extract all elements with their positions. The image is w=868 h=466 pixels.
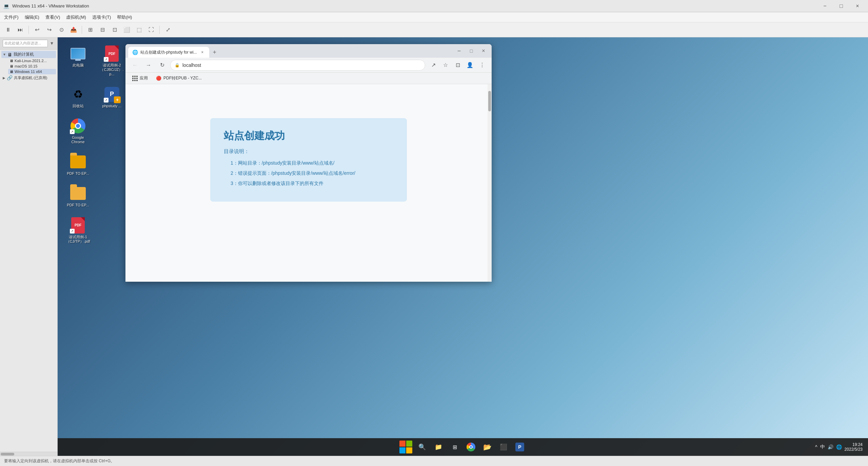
desktop-icon-phpstudy[interactable]: P + ↗ phpstudy ... — [98, 85, 125, 110]
taskbar-right: ^ 中 🔊 🌐 19:24 2022/5/23 — [815, 442, 863, 452]
taskbar-explorer-btn[interactable]: 📁 — [432, 440, 445, 454]
toolbar-view-btn-4[interactable]: ⬜ — [121, 24, 132, 35]
vm-content[interactable]: 此电脑 ↗ 读试用例-2（CJBC/JZ）.p... — [58, 37, 868, 456]
recycle-shape: ♻ — [71, 87, 85, 102]
toolbar-btn-2[interactable]: ↩ — [32, 24, 42, 35]
dot-7 — [132, 80, 134, 81]
pdf-folder1-label: PDF TO EP... — [67, 171, 89, 176]
recycle-icon-img: ♻ — [70, 86, 86, 102]
expand-arrow: ▼ — [3, 53, 6, 56]
sidebar-search[interactable]: 在此处键入内容进进... — [3, 40, 48, 47]
sidebar-panel-btn[interactable]: ⊡ — [452, 60, 463, 71]
browser-minimize-btn[interactable]: − — [454, 45, 465, 56]
sidebar-close-btn[interactable]: ▼ — [49, 41, 55, 46]
menu-file[interactable]: 文件(F) — [1, 14, 21, 21]
sidebar-item-win11[interactable]: 🖥 Windows 11 x64 — [8, 69, 56, 74]
taskbar-terminal-btn[interactable]: ⬛ — [497, 440, 510, 454]
monitor-screen — [71, 49, 85, 59]
desktop-icon-computer[interactable]: 此电脑 — [64, 44, 92, 78]
taskbar-clock[interactable]: 19:24 2022/5/23 — [845, 442, 863, 452]
desktop-icon-pdf2[interactable]: ↗ 读试用例-1（CJ/TP）.pdf — [64, 216, 92, 245]
shortcut-arrow-1: ↗ — [104, 57, 108, 62]
toolbar-view-btn-3[interactable]: ⊡ — [109, 24, 120, 35]
sidebar-item-macos[interactable]: 🖥 macOS 10.15 — [8, 63, 56, 69]
new-tab-btn[interactable]: + — [209, 47, 220, 58]
forward-btn[interactable]: → — [143, 60, 154, 71]
desktop-icon-pdf1[interactable]: ↗ 读试用例-2（CJBC/JZ）.p... — [98, 44, 125, 78]
taskbar-taskview-btn[interactable]: ⊞ — [448, 440, 461, 454]
address-text: localhost — [182, 62, 201, 68]
start-tile-1 — [399, 441, 406, 447]
pdf-bookmark-label: PDF转EPUB - YZC... — [163, 75, 202, 81]
menu-help[interactable]: 帮助(H) — [114, 14, 135, 21]
desktop-icon-pdf-folder1[interactable]: PDF TO EP... — [64, 152, 92, 177]
start-button[interactable] — [399, 440, 413, 454]
address-bar[interactable]: 🔒 localhost — [170, 60, 425, 71]
pdf-corner-1 — [115, 45, 119, 50]
window-title: Windows 11 x64 - VMware Workstation — [12, 3, 817, 8]
menu-vm[interactable]: 虚拟机(M) — [63, 14, 89, 21]
sidebar-item-kali[interactable]: 🖥 Kali-Linux-2021.2... — [8, 58, 56, 63]
icon-row-1: 此电脑 ↗ 读试用例-2（CJBC/JZ）.p... — [64, 44, 125, 78]
pdf-bookmark[interactable]: 🔴 PDF转EPUB - YZC... — [153, 74, 204, 82]
separator-3 — [159, 26, 160, 34]
toolbar: ⏸ ⏭ ↩ ↪ ⊙ 📤 ⊞ ⊟ ⊡ ⬜ ⬚ ⛶ ⤢ — [0, 22, 868, 37]
browser-actions: ↗ ☆ ⊡ 👤 ⋮ — [428, 60, 488, 71]
taskbar-chrome-icon — [467, 443, 475, 451]
taskbar-search-btn[interactable]: 🔍 — [415, 440, 429, 454]
toolbar-btn-1[interactable]: ⏭ — [15, 24, 26, 35]
toolbar-view-btn-2[interactable]: ⊟ — [97, 24, 108, 35]
tab-close-btn[interactable]: × — [200, 50, 205, 55]
network-icon[interactable]: 🌐 — [836, 444, 842, 450]
browser-maximize-btn[interactable]: □ — [466, 45, 477, 56]
menu-btn[interactable]: ⋮ — [477, 60, 488, 71]
toolbar-view-btn-1[interactable]: ⊞ — [85, 24, 96, 35]
desktop-icon-chrome[interactable]: ↗ Google Chrome — [64, 116, 92, 146]
my-computer-label: 我的计算机 — [14, 52, 34, 57]
desktop-icon-recycle[interactable]: ♻ 回收站 — [64, 85, 92, 110]
profile-btn[interactable]: 👤 — [465, 60, 475, 71]
pause-btn[interactable]: ⏸ — [3, 24, 14, 35]
pdf2-icon-img: ↗ — [70, 217, 86, 234]
close-button[interactable]: × — [850, 1, 865, 11]
phpstudy-label: phpstudy ... — [102, 104, 122, 108]
taskbar-chrome-btn[interactable] — [464, 440, 478, 454]
ime-icon[interactable]: 中 — [820, 444, 825, 450]
maximize-button[interactable]: □ — [833, 1, 849, 11]
volume-icon[interactable]: 🔊 — [828, 444, 833, 450]
menu-bar: 文件(F) 编辑(E) 查看(V) 虚拟机(M) 选项卡(T) 帮助(H) — [0, 12, 868, 22]
taskbar-folder-btn[interactable]: 📂 — [480, 440, 494, 454]
desktop-icon-pdf-folder2[interactable]: PDF TO EP... — [64, 184, 92, 209]
toolbar-view-btn-6[interactable]: ⛶ — [146, 24, 157, 35]
browser-tab-active[interactable]: 🌐 站点创建成功-phpstudy for wi... × — [128, 47, 209, 58]
win11-desktop: 此电脑 ↗ 读试用例-2（CJBC/JZ）.p... — [58, 37, 868, 456]
share-btn[interactable]: ↗ — [428, 60, 439, 71]
clock-time: 19:24 — [852, 442, 863, 447]
toolbar-fullscreen-btn[interactable]: ⤢ — [162, 24, 173, 35]
toolbar-btn-5[interactable]: 📤 — [68, 24, 79, 35]
recycle-label: 回收站 — [73, 104, 84, 108]
toolbar-btn-4[interactable]: ⊙ — [56, 24, 67, 35]
menu-tabs[interactable]: 选项卡(T) — [90, 14, 114, 21]
menu-view[interactable]: 查看(V) — [43, 14, 63, 21]
browser-close-btn[interactable]: × — [478, 45, 489, 56]
icon-row-4: PDF TO EP... — [64, 152, 125, 177]
menu-edit[interactable]: 编辑(E) — [22, 14, 42, 21]
apps-bookmark[interactable]: 应用 — [130, 74, 151, 82]
toolbar-view-btn-5[interactable]: ⬚ — [134, 24, 144, 35]
shared-icon: 🔗 — [7, 75, 13, 80]
bookmark-btn[interactable]: ☆ — [440, 60, 451, 71]
back-btn[interactable]: ← — [130, 60, 140, 71]
reload-btn[interactable]: ↻ — [157, 60, 167, 71]
window-controls: − □ × — [817, 1, 865, 11]
minimize-button[interactable]: − — [817, 1, 833, 11]
directory-item-3: 3：你可以删除或者修改该目录下的所有文件 — [224, 181, 393, 187]
show-hidden-icon[interactable]: ^ — [815, 444, 817, 450]
dot-6 — [136, 78, 138, 79]
browser-scrollbar[interactable] — [488, 84, 492, 282]
sidebar-item-my-computer[interactable]: ▼ 🖥 我的计算机 — [1, 51, 56, 58]
sidebar-item-shared[interactable]: ▶ 🔗 共享虚拟机 (已弃用) — [1, 74, 56, 81]
toolbar-btn-3[interactable]: ↪ — [44, 24, 55, 35]
browser-content: 站点创建成功 目录说明： 1：网站目录：/phpstudy安装目录/www/站点… — [125, 84, 492, 282]
taskbar-phpstudy-btn[interactable]: P — [513, 440, 527, 454]
